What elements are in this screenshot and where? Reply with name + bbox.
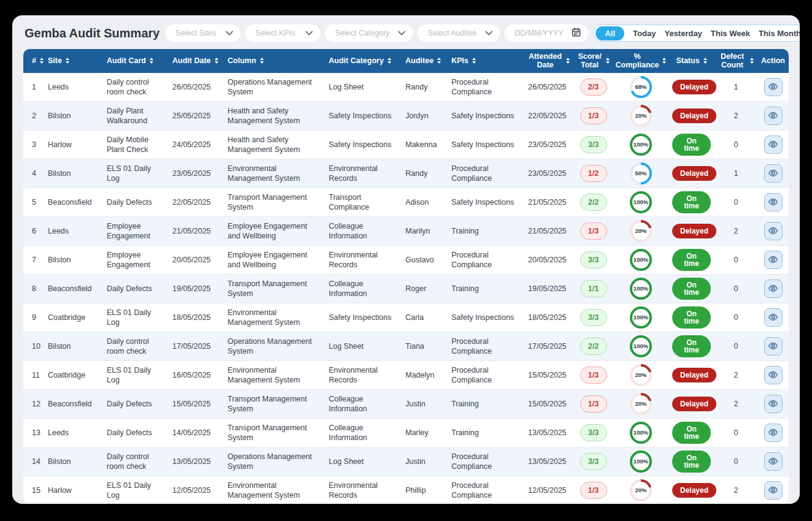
cell-kpis: Procedural Compliance	[448, 332, 524, 361]
cell-audit-category: Safety Inspections	[325, 131, 402, 159]
cell-auditee: Roger	[402, 275, 448, 303]
col-header-status[interactable]: Status	[668, 49, 714, 73]
cell-audit-card: ELS 01 Daily Log	[103, 159, 169, 188]
cell-site: Leeds	[44, 217, 103, 246]
cell-kpis: Safety Inspections	[448, 131, 524, 159]
cell-attended-date: 23/05/2025	[524, 131, 573, 159]
cell-attended-date: 17/05/2025	[524, 332, 573, 361]
cell-site: Bilston	[44, 447, 103, 476]
cell-column: Environmental Management System	[224, 476, 325, 504]
cell-attended-date: 13/05/2025	[524, 447, 573, 476]
cell-attended-date: 15/05/2025	[524, 361, 573, 390]
cell-site: Beaconsfield	[44, 188, 103, 217]
view-button[interactable]	[764, 251, 783, 269]
cell-auditee: Tiana	[402, 332, 448, 361]
range-this-month-button[interactable]: This Month	[759, 29, 800, 38]
col-header-site[interactable]: Site	[44, 49, 103, 73]
view-button[interactable]	[764, 481, 783, 500]
cell-kpis: Safety Inspections	[448, 102, 524, 131]
cell-column: Health and Safety Management System	[224, 131, 325, 159]
cell-column: Transport Management System	[224, 419, 325, 447]
col-header-audit-date[interactable]: Audit Date	[169, 49, 224, 73]
cell-audit-category: Environmental Records	[325, 361, 402, 390]
status-badge: Delayed	[672, 224, 716, 238]
view-button[interactable]	[764, 164, 783, 183]
view-button[interactable]	[764, 424, 783, 442]
cell-auditee: Marilyn	[402, 217, 448, 246]
view-button[interactable]	[764, 107, 783, 125]
chevron-down-icon	[305, 31, 313, 36]
eye-icon	[768, 168, 778, 178]
col-header-auditee[interactable]: Auditee	[402, 49, 448, 73]
cell-audit-category: Safety Inspections	[325, 303, 402, 332]
cell-audit-date: 23/05/2025	[169, 159, 224, 188]
view-button[interactable]	[764, 395, 783, 413]
col-header-score-total[interactable]: Score/ Total	[573, 49, 613, 73]
view-button[interactable]	[764, 135, 783, 154]
range-this-week-button[interactable]: This Week	[711, 29, 750, 38]
cell-audit-card: Employee Engagement	[103, 217, 169, 246]
table-row: 7BilstonEmployee Engagement20/05/2025Emp…	[23, 246, 789, 275]
cell-num: 10	[23, 332, 44, 361]
cell-auditee: Justin	[402, 390, 448, 419]
cell-auditee: Jordyn	[402, 102, 448, 131]
range-all-button[interactable]: All	[596, 26, 624, 40]
audit-table-wrap: # Site Audit Card Audit Date Column Audi…	[23, 49, 789, 504]
col-header-column[interactable]: Column	[224, 49, 325, 73]
status-badge: On time	[672, 306, 711, 329]
cell-audit-date: 22/05/2025	[169, 188, 224, 217]
view-button[interactable]	[764, 308, 783, 327]
cell-audit-card: Daily Defects	[103, 419, 169, 447]
view-button[interactable]	[764, 222, 783, 240]
view-button[interactable]	[764, 452, 783, 471]
chevron-down-icon	[485, 31, 492, 36]
col-header-audit-card[interactable]: Audit Card	[103, 49, 169, 73]
status-badge: Delayed	[672, 80, 716, 94]
table-row: 15HarlowELS 01 Daily Log12/05/2025Enviro…	[23, 476, 789, 504]
cell-audit-category: Environmental Records	[325, 476, 402, 504]
col-header-defect-count[interactable]: Defect Count	[714, 49, 757, 73]
view-button[interactable]	[764, 366, 783, 384]
status-badge: On time	[672, 191, 711, 213]
date-input[interactable]: DD/MM/YYYY	[505, 25, 588, 42]
cell-column: Transport Management System	[224, 188, 325, 217]
cell-audit-category: Log Sheet	[325, 73, 402, 102]
score-badge: 2/2	[580, 338, 607, 356]
col-header-kpis[interactable]: KPIs	[448, 49, 524, 73]
view-button[interactable]	[764, 78, 783, 96]
cell-kpis: Training	[448, 419, 524, 447]
cell-defect-count: 1	[714, 73, 757, 102]
cell-num: 8	[23, 275, 44, 303]
cell-site: Bilston	[44, 159, 103, 188]
col-header-attended-date[interactable]: Attended Date	[524, 49, 573, 73]
view-button[interactable]	[764, 337, 783, 356]
select-auditee-dropdown[interactable]: Select Auditee	[418, 25, 500, 42]
select-category-dropdown[interactable]: Select Category	[325, 25, 413, 42]
view-button[interactable]	[764, 280, 783, 298]
col-header-compliance[interactable]: % Compliance	[613, 49, 668, 73]
cell-audit-date: 15/05/2025	[169, 390, 224, 419]
cell-auditee: Adison	[402, 188, 448, 217]
eye-icon	[768, 485, 778, 495]
cell-audit-card: Daily control room check	[103, 73, 169, 102]
eye-icon	[768, 456, 778, 466]
cell-audit-category: Environmental Records	[325, 159, 402, 188]
view-button[interactable]	[764, 193, 783, 211]
range-yesterday-button[interactable]: Yesterday	[664, 29, 702, 38]
status-badge: On time	[672, 278, 711, 300]
select-kpis-dropdown[interactable]: Select KPIs	[245, 25, 320, 42]
cell-kpis: Procedural Compliance	[448, 476, 524, 504]
cell-auditee: Carla	[402, 303, 448, 332]
col-header-audit-category[interactable]: Audit Category	[325, 49, 402, 73]
cell-defect-count: 0	[714, 131, 757, 159]
cell-defect-count: 0	[714, 246, 757, 275]
score-badge: 1/3	[580, 107, 607, 125]
select-kpis-placeholder: Select KPIs	[255, 29, 295, 37]
cell-site: Bilston	[44, 332, 103, 361]
compliance-donut: 100%	[630, 249, 652, 271]
select-sites-dropdown[interactable]: Select Sites	[166, 25, 240, 42]
cell-num: 15	[23, 476, 44, 504]
col-header-num[interactable]: #	[23, 49, 44, 73]
range-today-button[interactable]: Today	[633, 29, 656, 38]
audit-table: # Site Audit Card Audit Date Column Audi…	[23, 49, 789, 504]
